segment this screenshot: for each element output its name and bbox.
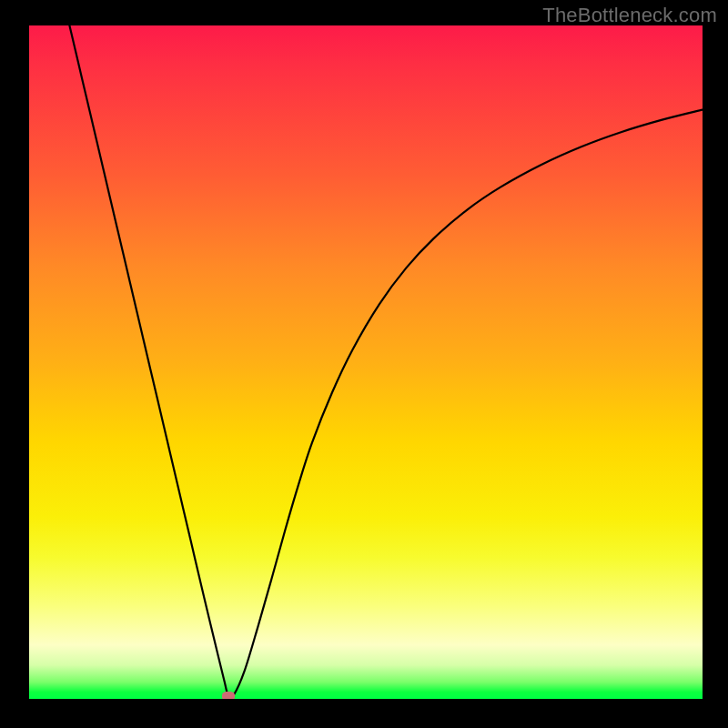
curve-layer [29,25,703,699]
bottleneck-curve [69,25,703,698]
chart-frame: TheBottleneck.com [0,0,728,728]
plot-area [29,25,703,699]
watermark-text: TheBottleneck.com [542,4,717,27]
minimum-marker [222,692,235,699]
